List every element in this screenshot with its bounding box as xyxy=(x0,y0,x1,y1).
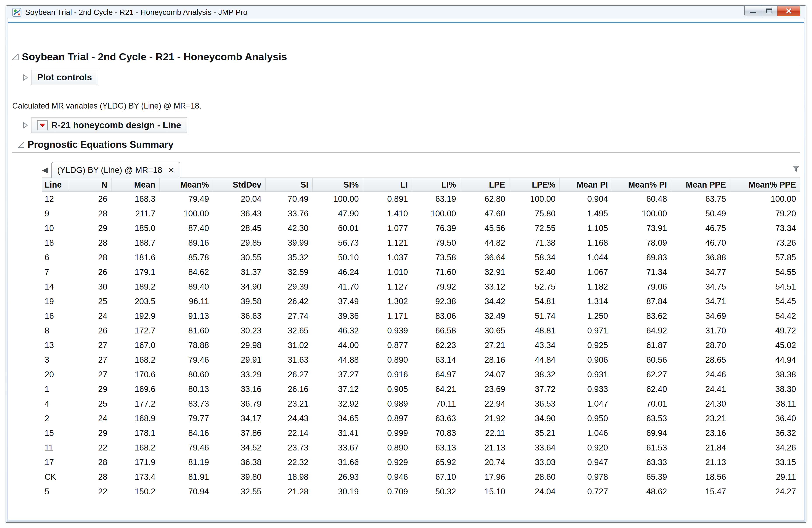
table-cell[interactable]: 1.495 xyxy=(560,206,612,221)
table-cell[interactable]: 24.41 xyxy=(671,382,730,396)
table-cell[interactable]: 34.65 xyxy=(313,411,363,426)
table-cell[interactable]: CK xyxy=(42,470,69,484)
table-cell[interactable]: 5 xyxy=(42,484,69,499)
table-cell[interactable]: 38.30 xyxy=(730,382,800,396)
table-cell[interactable]: 47.60 xyxy=(460,206,509,221)
table-row[interactable]: 1529178.184.1637.8622.1431.410.99970.832… xyxy=(42,426,800,440)
table-cell[interactable]: 0.939 xyxy=(363,323,412,338)
table-cell[interactable]: 89.16 xyxy=(159,236,213,250)
table-cell[interactable]: 192.9 xyxy=(111,309,159,323)
table-cell[interactable]: 1.302 xyxy=(363,294,412,309)
table-cell[interactable]: 79.50 xyxy=(412,236,460,250)
table-cell[interactable]: 36.38 xyxy=(213,455,265,470)
table-cell[interactable]: 92.38 xyxy=(412,294,460,309)
table-cell[interactable]: 0.906 xyxy=(560,353,612,367)
table-cell[interactable]: 20.04 xyxy=(213,192,265,206)
table-cell[interactable]: 28 xyxy=(69,236,111,250)
table-row[interactable]: 1430189.289.4034.9029.3941.701.12779.923… xyxy=(42,280,800,294)
table-cell[interactable]: 28 xyxy=(69,250,111,265)
table-cell[interactable]: 64.97 xyxy=(412,367,460,382)
table-cell[interactable]: 52.40 xyxy=(509,265,560,280)
table-cell[interactable]: 85.78 xyxy=(159,250,213,265)
table-cell[interactable]: 54.51 xyxy=(730,280,800,294)
table-cell[interactable]: 65.39 xyxy=(612,470,671,484)
table-cell[interactable]: 70.01 xyxy=(612,396,671,411)
table-cell[interactable]: 150.2 xyxy=(111,484,159,499)
table-cell[interactable]: 69.94 xyxy=(612,426,671,440)
table-cell[interactable]: 12 xyxy=(42,192,69,206)
table-row[interactable]: 1029185.087.4028.4542.3060.011.07776.394… xyxy=(42,221,800,236)
table-cell[interactable]: 0.916 xyxy=(363,367,412,382)
disclosure-open-icon[interactable] xyxy=(11,52,19,61)
table-cell[interactable]: 26.93 xyxy=(313,470,363,484)
table-cell[interactable]: 44.84 xyxy=(509,353,560,367)
table-cell[interactable]: 80.60 xyxy=(159,367,213,382)
table-cell[interactable]: 15.47 xyxy=(671,484,730,499)
table-cell[interactable]: 100.00 xyxy=(412,206,460,221)
table-cell[interactable]: 23.21 xyxy=(671,411,730,426)
table-cell[interactable]: 31.02 xyxy=(265,338,313,353)
table-cell[interactable]: 50.10 xyxy=(313,250,363,265)
table-cell[interactable]: 24.04 xyxy=(509,484,560,499)
table-cell[interactable]: 29.11 xyxy=(730,470,800,484)
table-cell[interactable]: 18 xyxy=(42,236,69,250)
table-cell[interactable]: 1.168 xyxy=(560,236,612,250)
column-header-lpe-[interactable]: LPE% xyxy=(509,178,560,192)
table-cell[interactable]: 22.32 xyxy=(265,455,313,470)
disclosure-closed-icon[interactable] xyxy=(21,74,29,81)
table-cell[interactable]: 171.9 xyxy=(111,455,159,470)
honeycomb-header[interactable]: R-21 honeycomb design - Line xyxy=(31,118,187,133)
table-cell[interactable]: 66.58 xyxy=(412,323,460,338)
table-cell[interactable]: 181.6 xyxy=(111,250,159,265)
table-cell[interactable]: 81.60 xyxy=(159,323,213,338)
table-cell[interactable]: 0.904 xyxy=(560,192,612,206)
table-cell[interactable]: 27 xyxy=(69,353,111,367)
table-cell[interactable]: 23.73 xyxy=(265,440,313,455)
table-cell[interactable]: 61.53 xyxy=(612,440,671,455)
table-cell[interactable]: 0.971 xyxy=(560,323,612,338)
table-cell[interactable]: 38.38 xyxy=(730,367,800,382)
table-cell[interactable]: 37.12 xyxy=(313,382,363,396)
table-cell[interactable]: 35.32 xyxy=(265,250,313,265)
table-cell[interactable]: 0.877 xyxy=(363,338,412,353)
table-cell[interactable]: 27 xyxy=(69,338,111,353)
table-cell[interactable]: 48.81 xyxy=(509,323,560,338)
table-cell[interactable]: 84.62 xyxy=(159,265,213,280)
table-cell[interactable]: 36.32 xyxy=(730,426,800,440)
table-cell[interactable]: 6 xyxy=(42,250,69,265)
table-cell[interactable]: 44.82 xyxy=(460,236,509,250)
table-cell[interactable]: 28.45 xyxy=(213,221,265,236)
table-cell[interactable]: 169.6 xyxy=(111,382,159,396)
table-cell[interactable]: 26 xyxy=(69,265,111,280)
table-cell[interactable]: 1.250 xyxy=(560,309,612,323)
table-cell[interactable]: 63.33 xyxy=(612,455,671,470)
table-row[interactable]: 628181.685.7830.5535.3250.101.03773.5836… xyxy=(42,250,800,265)
table-cell[interactable]: 7 xyxy=(42,265,69,280)
table-cell[interactable]: 34.26 xyxy=(730,440,800,455)
table-cell[interactable]: 78.09 xyxy=(612,236,671,250)
table-cell[interactable]: 60.48 xyxy=(612,192,671,206)
table-cell[interactable]: 37.49 xyxy=(313,294,363,309)
table-cell[interactable]: 33.76 xyxy=(265,206,313,221)
table-cell[interactable]: 52.75 xyxy=(509,280,560,294)
table-cell[interactable]: 25 xyxy=(69,396,111,411)
table-cell[interactable]: 29 xyxy=(69,426,111,440)
table-cell[interactable]: 38.11 xyxy=(730,396,800,411)
table-cell[interactable]: 63.19 xyxy=(412,192,460,206)
table-cell[interactable]: 83.73 xyxy=(159,396,213,411)
table-cell[interactable]: 37.72 xyxy=(509,382,560,396)
table-cell[interactable]: 15.10 xyxy=(460,484,509,499)
table-cell[interactable]: 44.00 xyxy=(313,338,363,353)
table-row[interactable]: 129169.680.1333.1626.1637.120.90564.2123… xyxy=(42,382,800,396)
table-cell[interactable]: 29.85 xyxy=(213,236,265,250)
table-cell[interactable]: 50.32 xyxy=(412,484,460,499)
table-cell[interactable]: 170.6 xyxy=(111,367,159,382)
table-cell[interactable]: 179.1 xyxy=(111,265,159,280)
table-cell[interactable]: 72.55 xyxy=(509,221,560,236)
table-cell[interactable]: 32.65 xyxy=(265,323,313,338)
minimize-button[interactable] xyxy=(744,6,761,16)
table-cell[interactable]: 73.58 xyxy=(412,250,460,265)
table-cell[interactable]: 39.36 xyxy=(313,309,363,323)
table-cell[interactable]: 57.85 xyxy=(730,250,800,265)
table-cell[interactable]: 0.978 xyxy=(560,470,612,484)
